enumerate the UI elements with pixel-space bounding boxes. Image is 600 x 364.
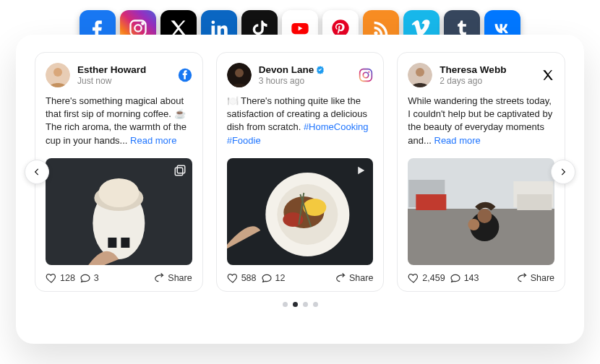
- svg-point-14: [98, 178, 139, 207]
- svg-point-31: [416, 68, 424, 77]
- read-more-link[interactable]: Read more: [130, 135, 176, 146]
- svg-rect-36: [416, 194, 447, 210]
- read-more-link[interactable]: Read more: [434, 135, 481, 146]
- instagram-icon: [359, 68, 373, 82]
- svg-rect-16: [121, 238, 129, 248]
- post-text: While wandering the streets today, I cou…: [408, 95, 554, 148]
- post-card: Devon Lane 3 hours ago 🍽️ There's nothin…: [216, 52, 385, 292]
- gallery-icon: [173, 164, 187, 180]
- feed-widget: Esther Howard Just now There's something…: [16, 35, 584, 344]
- avatar: [46, 63, 70, 87]
- carousel-dot[interactable]: [283, 302, 288, 307]
- post-card: Theresa Webb 2 days ago While wandering …: [397, 52, 565, 292]
- svg-rect-21: [360, 69, 372, 82]
- post-media[interactable]: [408, 158, 554, 265]
- avatar: [408, 63, 432, 87]
- like-count: 2,459: [422, 273, 445, 283]
- share-button[interactable]: Share: [335, 272, 373, 284]
- like-button[interactable]: 128: [46, 272, 75, 284]
- svg-rect-37: [518, 194, 552, 210]
- like-count: 128: [60, 273, 75, 283]
- post-time: 3 hours ago: [259, 76, 326, 86]
- carousel-dot[interactable]: [313, 302, 318, 307]
- post-text: There's something magical about that fir…: [46, 95, 192, 148]
- author-name: Theresa Webb: [440, 64, 506, 75]
- facebook-icon: [178, 68, 192, 82]
- comment-button[interactable]: 3: [80, 272, 99, 284]
- comment-count: 12: [275, 273, 286, 283]
- svg-point-40: [468, 219, 480, 230]
- post-card: Esther Howard Just now There's something…: [35, 52, 203, 292]
- svg-rect-17: [177, 165, 185, 173]
- carousel-prev-button[interactable]: [25, 160, 49, 184]
- carousel-dots: [35, 302, 565, 307]
- post-text: 🍽️ There's nothing quite like the satisf…: [227, 95, 374, 148]
- svg-point-1: [134, 25, 141, 31]
- share-button[interactable]: Share: [153, 272, 192, 284]
- post-media[interactable]: [46, 158, 192, 265]
- svg-point-9: [53, 68, 62, 77]
- svg-rect-15: [108, 238, 116, 248]
- carousel-dot[interactable]: [293, 302, 298, 307]
- author-name: Devon Lane: [259, 64, 326, 75]
- post-time: Just now: [77, 76, 146, 86]
- svg-point-2: [142, 22, 143, 24]
- svg-rect-18: [175, 168, 183, 176]
- comment-button[interactable]: 12: [261, 272, 286, 284]
- video-icon: [354, 164, 367, 180]
- post-media[interactable]: [227, 158, 374, 265]
- like-count: 588: [241, 273, 257, 283]
- verified-icon: [315, 65, 325, 75]
- avatar: [227, 63, 252, 87]
- svg-point-20: [235, 69, 244, 77]
- comment-count: 143: [464, 273, 479, 283]
- svg-point-22: [364, 72, 369, 78]
- post-carousel: Esther Howard Just now There's something…: [35, 52, 565, 292]
- carousel-next-button[interactable]: [551, 160, 575, 184]
- like-button[interactable]: 588: [227, 272, 257, 284]
- svg-point-39: [478, 209, 492, 223]
- comment-count: 3: [94, 273, 99, 283]
- share-button[interactable]: Share: [516, 272, 554, 284]
- like-button[interactable]: 2,459: [408, 272, 445, 284]
- x-icon: [541, 69, 554, 82]
- carousel-dot[interactable]: [303, 302, 308, 307]
- author-name: Esther Howard: [77, 64, 146, 75]
- comment-button[interactable]: 143: [450, 272, 479, 284]
- svg-point-23: [369, 72, 370, 73]
- svg-point-4: [212, 21, 215, 25]
- post-time: 2 days ago: [440, 76, 506, 86]
